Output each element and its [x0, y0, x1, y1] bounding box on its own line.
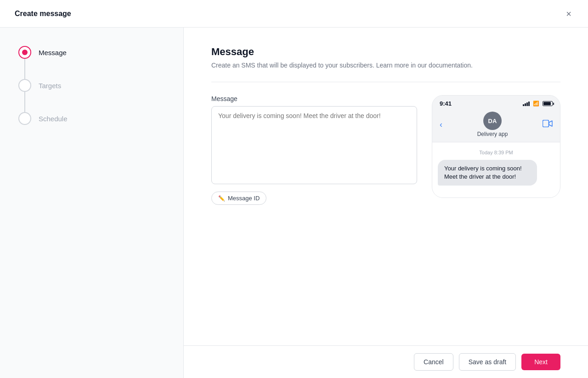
step-message-circle	[18, 46, 31, 59]
dialog-header: Create message ×	[0, 0, 588, 28]
step-targets-label: Targets	[39, 82, 61, 90]
divider	[211, 82, 560, 82]
battery-icon	[543, 101, 553, 106]
step-message-label: Message	[39, 49, 67, 56]
message-label: Message	[211, 95, 417, 102]
wifi-icon: 📶	[533, 101, 539, 107]
step-targets-row: Targets	[18, 79, 165, 92]
phone-status-bar: 9:41 📶	[432, 96, 560, 109]
step-targets-circle	[18, 79, 31, 92]
step-schedule: Schedule	[18, 112, 165, 125]
step-message-row: Message	[18, 46, 165, 59]
phone-status-icons: 📶	[523, 101, 553, 107]
connector-2	[24, 92, 25, 112]
dialog-title: Create message	[15, 10, 71, 18]
message-id-button[interactable]: ✏️ Message ID	[211, 192, 266, 205]
content-body: Message Create an SMS that will be displ…	[184, 28, 588, 345]
signal-icon	[523, 102, 530, 106]
contact-avatar: DA	[483, 112, 502, 130]
close-button[interactable]: ×	[564, 7, 573, 20]
message-textarea[interactable]	[211, 106, 417, 184]
contact-name: Delivery app	[477, 131, 508, 137]
video-call-icon	[543, 120, 553, 129]
back-arrow-icon: ‹	[440, 120, 442, 130]
page-description: Create an SMS that will be displayed to …	[211, 62, 560, 69]
form-row: Message ✏️ Message ID 9:41	[211, 95, 560, 205]
next-button[interactable]: Next	[521, 354, 560, 370]
steps-sidebar: Message Targets Schedule	[0, 28, 184, 378]
connector-1	[24, 59, 25, 79]
cancel-button[interactable]: Cancel	[414, 353, 453, 371]
phone-messages-area: Today 8:39 PM Your delivery is coming so…	[432, 142, 560, 197]
phone-time: 9:41	[440, 100, 452, 107]
step-targets: Targets	[18, 79, 165, 112]
footer-actions: Cancel Save as draft Next	[184, 345, 588, 378]
step-schedule-row: Schedule	[18, 112, 165, 125]
phone-contact-info: DA Delivery app	[477, 112, 508, 137]
steps-list: Message Targets Schedule	[18, 46, 165, 125]
content-area: Message Create an SMS that will be displ…	[184, 28, 588, 378]
step-message: Message	[18, 46, 165, 79]
save-draft-button[interactable]: Save as draft	[459, 353, 516, 371]
message-bubble: Your delivery is coming soon! Meet the d…	[438, 160, 537, 186]
main-layout: Message Targets Schedule	[0, 28, 588, 378]
phone-nav-bar: ‹ DA Delivery app	[432, 109, 560, 142]
step-schedule-label: Schedule	[39, 115, 68, 123]
pencil-icon: ✏️	[218, 195, 225, 202]
message-form-col: Message ✏️ Message ID	[211, 95, 417, 205]
message-id-label: Message ID	[228, 195, 260, 202]
page-title: Message	[211, 46, 560, 58]
phone-preview: 9:41 📶 ‹	[432, 95, 560, 198]
message-timestamp: Today 8:39 PM	[438, 150, 554, 155]
step-schedule-circle	[18, 112, 31, 125]
svg-rect-0	[543, 120, 548, 127]
